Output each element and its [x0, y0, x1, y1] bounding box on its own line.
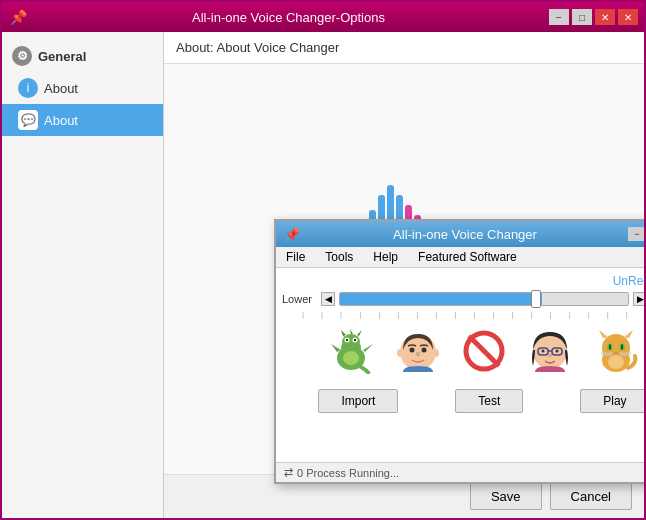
svg-point-14 — [410, 348, 415, 353]
import-button[interactable]: Import — [318, 389, 398, 413]
chat-icon: 💬 — [18, 110, 38, 130]
info-icon: i — [18, 78, 38, 98]
play-button[interactable]: Play — [580, 389, 644, 413]
slider-thumb[interactable] — [531, 290, 541, 308]
svg-point-5 — [346, 339, 348, 341]
outer-window: 📌 All-in-one Voice Changer-Options − □ ✕… — [0, 0, 646, 520]
outer-close-button[interactable]: ✕ — [595, 9, 615, 25]
svg-marker-10 — [331, 344, 341, 352]
svg-point-25 — [556, 350, 559, 353]
svg-point-34 — [609, 344, 611, 350]
slider-right-arrow[interactable]: ▶ — [633, 292, 644, 306]
svg-point-12 — [343, 351, 359, 365]
inner-window-title: All-in-one Voice Changer — [302, 227, 628, 242]
inner-titlebar-controls: − □ ✕ — [628, 227, 644, 241]
test-button[interactable]: Test — [455, 389, 523, 413]
inner-menubar: File Tools Help Featured Software — [276, 247, 644, 268]
sidebar-section-general[interactable]: ⚙ General — [2, 40, 163, 72]
svg-marker-7 — [341, 330, 346, 336]
slider-track[interactable] — [339, 292, 629, 306]
outer-minimize-button[interactable]: − — [549, 9, 569, 25]
svg-marker-8 — [350, 329, 353, 334]
menu-file[interactable]: File — [282, 249, 309, 265]
svg-point-41 — [608, 355, 624, 369]
avatar-woman[interactable] — [524, 325, 576, 377]
svg-point-17 — [433, 349, 439, 357]
outer-titlebar-controls: − □ ✕ ✕ — [549, 9, 638, 25]
content-header-prefix: About: — [176, 40, 214, 55]
outer-close2-button[interactable]: ✕ — [618, 9, 638, 25]
outer-window-title: All-in-one Voice Changer-Options — [28, 10, 549, 25]
cancel-button[interactable]: Cancel — [550, 483, 632, 510]
svg-point-24 — [542, 350, 545, 353]
sidebar-item-about[interactable]: i About — [2, 72, 163, 104]
pin-icon: 📌 — [8, 7, 28, 27]
sidebar-item-about-sub-label: About — [44, 113, 78, 128]
slider-row: Lower ◀ ▶ Higher — [282, 292, 644, 306]
tick-marks: ||||| ||||| ||||| ||||| — [282, 310, 644, 319]
inner-minimize-button[interactable]: − — [628, 227, 644, 241]
menu-tools[interactable]: Tools — [321, 249, 357, 265]
unregistered-label: UnRegistered — [282, 274, 644, 288]
main-content: About: About Voice Changer AthTek Voice … — [164, 32, 644, 518]
avatars-row — [282, 325, 644, 377]
outer-body: ⚙ General i About 💬 About About: About V… — [2, 32, 644, 518]
svg-marker-9 — [357, 330, 362, 336]
save-button[interactable]: Save — [470, 483, 542, 510]
menu-help[interactable]: Help — [369, 249, 402, 265]
inner-window: 📌 All-in-one Voice Changer − □ ✕ File To… — [274, 219, 644, 484]
inner-pin-icon: 📌 — [282, 227, 302, 242]
inner-statusbar: ⇄ 0 Process Running... — [276, 462, 644, 482]
svg-marker-11 — [363, 344, 373, 352]
content-body: AthTek Voice Changer 📌 All-in-one Voice … — [164, 64, 644, 474]
svg-point-13 — [400, 334, 436, 370]
sidebar-item-about-label: About — [44, 81, 78, 96]
content-header: About: About Voice Changer — [164, 32, 644, 64]
inner-body: UnRegistered Lower ◀ ▶ Higher — [276, 268, 644, 462]
svg-point-16 — [397, 349, 403, 357]
avatar-dragon[interactable] — [326, 325, 378, 377]
outer-maximize-button[interactable]: □ — [572, 9, 592, 25]
sidebar: ⚙ General i About 💬 About — [2, 32, 164, 518]
avatar-block[interactable] — [458, 325, 510, 377]
inner-titlebar: 📌 All-in-one Voice Changer − □ ✕ — [276, 221, 644, 247]
process-icon: ⇄ — [284, 466, 293, 479]
sidebar-item-about-sub[interactable]: 💬 About — [2, 104, 163, 136]
avatar-man[interactable] — [392, 325, 444, 377]
gear-icon: ⚙ — [12, 46, 32, 66]
sidebar-section-general-label: General — [38, 49, 86, 64]
inner-action-row: Import Test Play — [282, 389, 644, 413]
svg-point-2 — [342, 334, 360, 350]
avatar-cat[interactable] — [590, 325, 642, 377]
content-header-text: About Voice Changer — [217, 40, 340, 55]
svg-point-15 — [422, 348, 427, 353]
slider-left-arrow[interactable]: ◀ — [321, 292, 335, 306]
svg-point-35 — [621, 344, 623, 350]
slider-lower-label: Lower — [282, 293, 317, 305]
menu-featured[interactable]: Featured Software — [414, 249, 521, 265]
process-status: 0 Process Running... — [297, 467, 399, 479]
outer-titlebar: 📌 All-in-one Voice Changer-Options − □ ✕… — [2, 2, 644, 32]
svg-point-6 — [354, 339, 356, 341]
